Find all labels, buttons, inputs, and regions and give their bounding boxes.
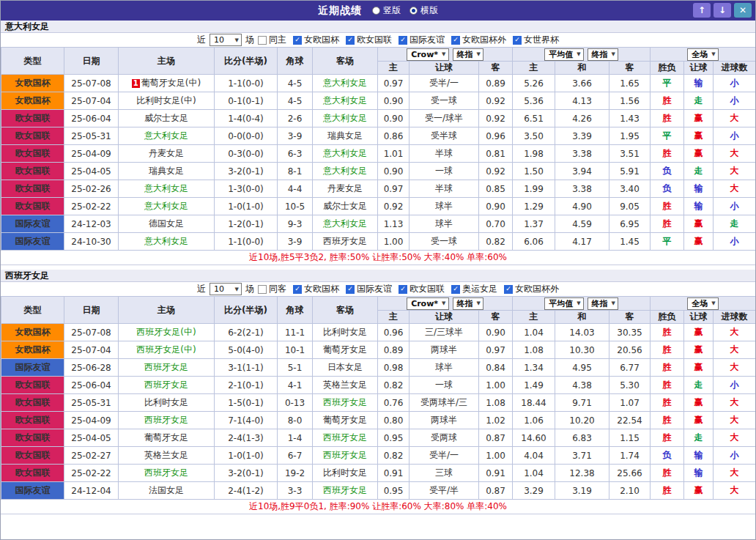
score-cell[interactable]: 1-1(0-0) (215, 233, 278, 251)
score-cell[interactable]: 1-2(0-1) (215, 215, 278, 233)
layout-radio-horizontal[interactable]: 横版 (410, 4, 438, 17)
odds-away-cell: 0.81 (479, 145, 513, 163)
home-team-cell[interactable]: 比利时女足(中) (119, 92, 215, 110)
move-up-button[interactable]: ↑ (693, 3, 711, 18)
recent-count-select[interactable]: 10 ▼ (210, 283, 242, 295)
score-cell[interactable]: 3-2(0-1) (215, 163, 278, 180)
away-team-cell[interactable]: 意大利女足 (313, 92, 378, 110)
match-row: 欧女国联25-02-22西班牙女足3-2(0-1)19-2比利时女足0.91三球… (1, 465, 756, 482)
score-cell[interactable]: 0-1(0-1) (215, 92, 278, 110)
home-team-cell[interactable]: 意大利女足 (119, 127, 215, 145)
final-index-select[interactable]: 终指▼ (453, 48, 483, 61)
competition-type-cell: 女欧国杯 (1, 324, 64, 341)
bookmaker-select[interactable]: Crow*▼ (407, 297, 448, 310)
recent-count-select[interactable]: 10 ▼ (210, 34, 242, 46)
away-team-cell[interactable]: 意大利女足 (313, 163, 378, 180)
home-team-cell[interactable]: 比利时女足 (119, 394, 215, 412)
home-team-cell[interactable]: 英格兰女足 (119, 447, 215, 465)
away-team-cell[interactable]: 葡萄牙女足 (313, 412, 378, 429)
score-cell[interactable]: 5-0(4-0) (215, 341, 278, 359)
score-cell[interactable]: 3-2(0-1) (215, 465, 278, 482)
score-cell[interactable]: 1-4(0-4) (215, 110, 278, 127)
score-cell[interactable]: 2-1(0-1) (215, 377, 278, 394)
score-cell[interactable]: 1-3(0-0) (215, 180, 278, 198)
home-team-cell[interactable]: 西班牙女足 (119, 412, 215, 429)
home-team-cell[interactable]: 葡萄牙女足 (119, 429, 215, 447)
away-team-cell[interactable]: 西班牙女足 (313, 482, 378, 500)
score-cell[interactable]: 1-5(0-1) (215, 394, 278, 412)
away-team-cell[interactable]: 葡萄牙女足 (313, 341, 378, 359)
away-team-cell[interactable]: 威尔士女足 (313, 198, 378, 215)
home-team-cell[interactable]: 西班牙女足(中) (119, 324, 215, 341)
close-button[interactable]: ✕ (734, 3, 752, 18)
away-team-cell[interactable]: 日本女足 (313, 359, 378, 377)
away-team-cell[interactable]: 意大利女足 (313, 110, 378, 127)
away-team-cell[interactable]: 意大利女足 (313, 75, 378, 92)
match-scope-select[interactable]: 全场▼ (687, 48, 718, 61)
score-cell[interactable]: 6-2(2-1) (215, 324, 278, 341)
away-team-cell[interactable]: 比利时女足 (313, 324, 378, 341)
handicap-result-cell: 赢 (684, 394, 714, 412)
away-team-cell[interactable]: 英格兰女足 (313, 377, 378, 394)
away-team-cell[interactable]: 比利时女足 (313, 465, 378, 482)
score-cell[interactable]: 2-4(1-2) (215, 482, 278, 500)
score-cell[interactable]: 7-1(4-0) (215, 412, 278, 429)
home-team-cell[interactable]: 西班牙女足 (119, 465, 215, 482)
filter-checkbox[interactable]: 同客 (258, 283, 286, 295)
away-team-cell[interactable]: 意大利女足 (313, 215, 378, 233)
average-select[interactable]: 平均值▼ (544, 297, 583, 310)
score-cell[interactable]: 0-3(0-0) (215, 145, 278, 163)
home-team-cell[interactable]: 丹麦女足 (119, 145, 215, 163)
home-team-cell[interactable]: 法国女足 (119, 482, 215, 500)
filter-checkbox[interactable]: ✓女欧国杯外 (504, 283, 559, 295)
odds-away-cell: 1.00 (479, 447, 513, 465)
home-team-cell[interactable]: 意大利女足 (119, 180, 215, 198)
avg-away-cell: 5.30 (609, 377, 651, 394)
away-team-cell[interactable]: 丹麦女足 (313, 180, 378, 198)
home-team-cell[interactable]: 德国女足 (119, 215, 215, 233)
filter-checkbox[interactable]: ✓奥运女足 (451, 283, 497, 295)
home-team-cell[interactable]: 西班牙女足 (119, 377, 215, 394)
filter-checkbox[interactable]: ✓女欧国杯 (293, 283, 339, 295)
bookmaker-select[interactable]: Crow*▼ (407, 48, 448, 61)
match-scope-select[interactable]: 全场▼ (687, 297, 718, 310)
final-index-select[interactable]: 终指▼ (453, 297, 483, 310)
away-team-cell[interactable]: 瑞典女足 (313, 127, 378, 145)
header-select-wrap: Crow*▼终指▼ (378, 48, 512, 61)
away-team-cell[interactable]: 西班牙女足 (313, 429, 378, 447)
odds-handicap-cell: 三球 (410, 465, 479, 482)
odds-handicap-cell: 受半/一 (410, 75, 479, 92)
filter-checkbox[interactable]: 同主 (258, 34, 286, 46)
filter-checkbox[interactable]: ✓女欧国杯 (293, 34, 339, 46)
home-team-cell[interactable]: 西班牙女足(中) (119, 341, 215, 359)
filter-checkbox[interactable]: ✓国际友谊 (399, 34, 445, 46)
score-cell[interactable]: 0-0(0-0) (215, 127, 278, 145)
away-team-cell[interactable]: 西班牙女足 (313, 233, 378, 251)
home-team-cell[interactable]: 西班牙女足 (119, 359, 215, 377)
home-team-cell[interactable]: 意大利女足 (119, 198, 215, 215)
final-index-select[interactable]: 终指▼ (588, 48, 618, 61)
avg-home-cell: 4.04 (513, 447, 555, 465)
home-team-cell[interactable]: 威尔士女足 (119, 110, 215, 127)
away-team-cell[interactable]: 西班牙女足 (313, 447, 378, 465)
away-team-cell[interactable]: 西班牙女足 (313, 394, 378, 412)
match-row: 国际友谊24-12-03德国女足1-2(0-1)9-3意大利女足1.13球半0.… (1, 215, 756, 233)
filter-checkbox[interactable]: ✓女世界杯 (513, 34, 559, 46)
final-index-select[interactable]: 终指▼ (588, 297, 618, 310)
home-team-cell[interactable]: 瑞典女足 (119, 163, 215, 180)
filter-checkbox[interactable]: ✓国际友谊 (346, 283, 392, 295)
home-team-cell[interactable]: 意大利女足 (119, 233, 215, 251)
score-cell[interactable]: 1-1(0-0) (215, 75, 278, 92)
score-cell[interactable]: 1-0(1-0) (215, 198, 278, 215)
move-down-button[interactable]: ↓ (714, 3, 731, 18)
average-select[interactable]: 平均值▼ (544, 48, 583, 61)
score-cell[interactable]: 2-4(1-3) (215, 429, 278, 447)
filter-checkbox[interactable]: ✓欧女国联 (346, 34, 392, 46)
home-team-cell[interactable]: 1葡萄牙女足(中) (119, 75, 215, 92)
layout-radio-vertical[interactable]: 竖版 (372, 4, 401, 17)
filter-checkbox[interactable]: ✓女欧国杯外 (451, 34, 506, 46)
away-team-cell[interactable]: 意大利女足 (313, 145, 378, 163)
filter-checkbox[interactable]: ✓欧女国联 (399, 283, 445, 295)
score-cell[interactable]: 3-1(1-1) (215, 359, 278, 377)
score-cell[interactable]: 1-0(1-0) (215, 447, 278, 465)
